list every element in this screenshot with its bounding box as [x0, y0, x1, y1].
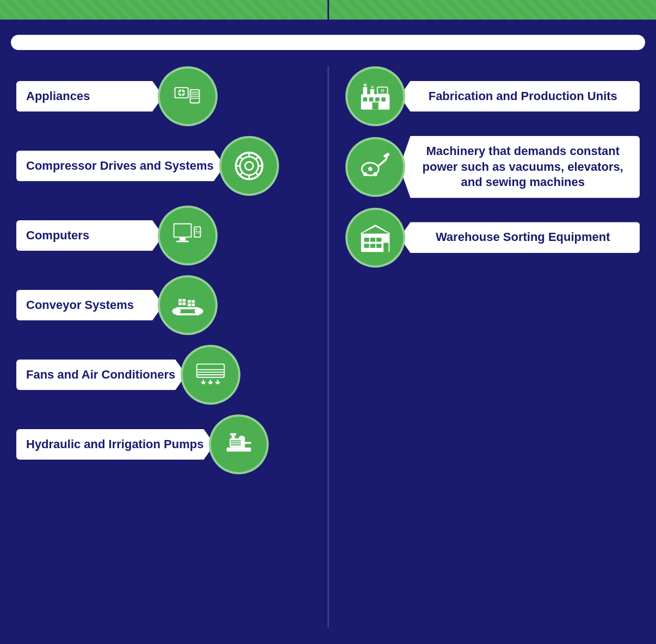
svg-line-23 [256, 156, 259, 159]
dc-item-2: Warehouse Sorting Equipment [345, 208, 640, 268]
svg-rect-78 [372, 102, 378, 109]
svg-point-72 [363, 84, 367, 87]
svg-point-31 [196, 228, 197, 230]
ac-icon-4 [181, 345, 240, 405]
ac-icon-2 [158, 206, 218, 265]
svg-point-86 [368, 167, 372, 171]
svg-rect-76 [375, 97, 380, 102]
svg-rect-74 [363, 97, 367, 102]
ac-label-2: Computers [16, 220, 163, 251]
svg-line-22 [256, 172, 259, 176]
svg-rect-30 [195, 227, 200, 237]
svg-rect-91 [370, 238, 375, 242]
svg-rect-71 [370, 89, 374, 95]
svg-rect-77 [381, 97, 386, 102]
svg-line-24 [239, 172, 243, 176]
ac-item-4: Fans and Air Conditioners [16, 345, 311, 405]
svg-point-73 [371, 86, 374, 89]
svg-rect-27 [180, 238, 185, 241]
svg-rect-26 [175, 224, 191, 237]
ac-item-5: Hydraulic and Irrigation Pumps [16, 414, 311, 474]
svg-rect-28 [176, 240, 189, 242]
dc-icon-2 [345, 208, 405, 268]
ac-header [0, 0, 327, 20]
svg-rect-68 [230, 433, 236, 435]
ac-icon-5 [209, 414, 269, 474]
dc-header [329, 0, 657, 20]
svg-rect-98 [383, 243, 388, 252]
main-content: Appliances Compressor Drives and Systems [0, 61, 656, 644]
svg-point-85 [373, 172, 377, 176]
header [0, 0, 656, 20]
dc-column: ⚙ Fabrication and Production Units Machi… [329, 61, 657, 633]
common-banner [11, 35, 645, 50]
ac-column: Appliances Compressor Drives and Systems [0, 61, 327, 633]
ac-label-4: Fans and Air Conditioners [16, 360, 186, 391]
dc-label-2: Warehouse Sorting Equipment [400, 222, 640, 253]
svg-point-16 [245, 162, 253, 170]
ac-item-1: Compressor Drives and Systems [16, 136, 311, 196]
svg-rect-92 [376, 238, 381, 242]
svg-rect-70 [363, 87, 367, 95]
dc-icon-0: ⚙ [345, 66, 405, 126]
ac-item-2: Computers [16, 206, 311, 265]
dc-label-0: Fabrication and Production Units [400, 81, 640, 112]
svg-point-84 [363, 172, 367, 176]
svg-rect-94 [370, 244, 375, 248]
svg-point-15 [240, 157, 258, 175]
dc-item-1: Machinery that demands constant power su… [345, 136, 640, 198]
ac-icon-1 [219, 136, 279, 196]
ac-label-3: Conveyor Systems [16, 290, 163, 321]
svg-rect-90 [364, 238, 369, 242]
dc-item-0: ⚙ Fabrication and Production Units [345, 66, 640, 126]
svg-rect-95 [376, 244, 381, 248]
svg-rect-58 [227, 448, 251, 452]
banner-wrapper [0, 20, 656, 61]
ac-icon-3 [158, 275, 218, 335]
svg-point-3 [180, 91, 183, 95]
svg-rect-93 [364, 244, 369, 248]
ac-item-0: Appliances [16, 66, 311, 126]
ac-label-1: Compressor Drives and Systems [16, 151, 225, 182]
ac-item-3: Conveyor Systems [16, 275, 311, 335]
dc-icon-1 [345, 137, 405, 197]
svg-marker-89 [361, 226, 389, 233]
ac-icon-0 [158, 66, 218, 126]
svg-line-21 [239, 156, 243, 159]
ac-label-5: Hydraulic and Irrigation Pumps [16, 429, 214, 460]
svg-rect-75 [369, 97, 373, 102]
ac-label-0: Appliances [16, 81, 163, 112]
dc-label-1: Machinery that demands constant power su… [400, 136, 640, 198]
svg-point-62 [239, 436, 245, 440]
svg-text:⚙: ⚙ [380, 88, 385, 94]
